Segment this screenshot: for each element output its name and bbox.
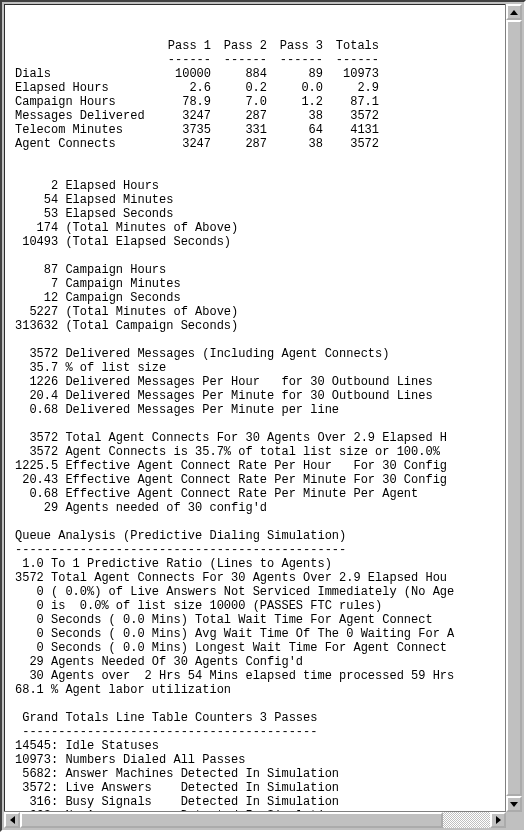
scrollbar-corner <box>506 812 522 828</box>
agent-l4: 20.43 Effective Agent Connect Rate Per M… <box>15 473 447 487</box>
horizontal-scrollbar[interactable] <box>4 811 506 828</box>
vertical-scroll-track[interactable] <box>506 20 522 796</box>
grand-l5: 316: Busy Signals Detected In Simulation <box>15 795 339 809</box>
table-row: Telecom Minutes 3735 331 64 4131 <box>15 123 379 137</box>
scroll-up-button[interactable] <box>506 4 522 20</box>
elapsed-minutes-line: 54 Elapsed Minutes <box>15 193 173 207</box>
table-row: Messages Delivered 3247 287 38 3572 <box>15 109 379 123</box>
queue-l8: 29 Agents Needed Of 30 Agents Config'd <box>15 655 303 669</box>
pass-header-2: Pass 2 <box>211 39 267 53</box>
pass-header-3: Pass 3 <box>267 39 323 53</box>
agent-l6: 29 Agents needed of 30 config'd <box>15 501 267 515</box>
queue-header: Queue Analysis (Predictive Dialing Simul… <box>15 529 346 543</box>
grand-header: Grand Totals Line Table Counters 3 Passe… <box>15 711 317 725</box>
queue-l3: 0 ( 0.0%) of Live Answers Not Serviced I… <box>15 585 454 599</box>
grand-l1: 14545: Idle Statuses <box>15 739 159 753</box>
table-row: Elapsed Hours 2.6 0.2 0.0 2.9 <box>15 81 379 95</box>
queue-l6: 0 Seconds ( 0.0 Mins) Avg Wait Time Of T… <box>15 627 454 641</box>
agent-l2: 3572 Agent Connects is 35.7% of total li… <box>15 445 440 459</box>
delivered-l2: 35.7 % of list size <box>15 361 166 375</box>
grand-l4: 3572: Live Answers Detected In Simulatio… <box>15 781 339 795</box>
queue-l10: 68.1 % Agent labor utilization <box>15 683 231 697</box>
campaign-seconds-line: 12 Campaign Seconds <box>15 291 181 305</box>
queue-l9: 30 Agents over 2 Hrs 54 Mins elapsed tim… <box>15 669 454 683</box>
campaign-total-sec-line: 313632 (Total Campaign Seconds) <box>15 319 238 333</box>
agent-l5: 0.68 Effective Agent Connect Rate Per Mi… <box>15 487 418 501</box>
report-window: Pass 1 Pass 2 Pass 3 Totals ------ -----… <box>0 0 526 832</box>
delivered-l5: 0.68 Delivered Messages Per Minute per l… <box>15 403 339 417</box>
report-viewport: Pass 1 Pass 2 Pass 3 Totals ------ -----… <box>4 4 506 812</box>
grand-l2: 10973: Numbers Dialed All Passes <box>15 753 245 767</box>
queue-l4: 0 is 0.0% of list size 10000 (PASSES FTC… <box>15 599 382 613</box>
queue-l7: 0 Seconds ( 0.0 Mins) Longest Wait Time … <box>15 641 447 655</box>
scroll-down-button[interactable] <box>506 796 522 812</box>
queue-dash: ----------------------------------------… <box>15 543 346 557</box>
campaign-hours-line: 87 Campaign Hours <box>15 263 166 277</box>
pass-header-total: Totals <box>323 39 379 53</box>
agent-l1: 3572 Total Agent Connects For 30 Agents … <box>15 431 447 445</box>
pass-summary-table: Pass 1 Pass 2 Pass 3 Totals ------ -----… <box>15 39 379 151</box>
pass-header-blank <box>15 39 155 53</box>
elapsed-total-min-line: 174 (Total Minutes of Above) <box>15 221 238 235</box>
elapsed-hours-line: 2 Elapsed Hours <box>15 179 159 193</box>
delivered-l1: 3572 Delivered Messages (Including Agent… <box>15 347 389 361</box>
agent-l3: 1225.5 Effective Agent Connect Rate Per … <box>15 459 447 473</box>
elapsed-time-block: 2 Elapsed Hours 54 Elapsed Minutes 53 El… <box>15 165 497 812</box>
delivered-l3: 1226 Delivered Messages Per Hour for 30 … <box>15 375 433 389</box>
pass-dash-row: ------ ------ ------ ------ <box>15 53 379 67</box>
grand-l3: 5682: Answer Machines Detected In Simula… <box>15 767 339 781</box>
table-row: Dials 10000 884 89 10973 <box>15 67 379 81</box>
campaign-minutes-line: 7 Campaign Minutes <box>15 277 181 291</box>
campaign-total-min-line: 5227 (Total Minutes of Above) <box>15 305 238 319</box>
elapsed-total-sec-line: 10493 (Total Elapsed Seconds) <box>15 235 231 249</box>
queue-l2: 3572 Total Agent Connects For 30 Agents … <box>15 571 447 585</box>
elapsed-seconds-line: 53 Elapsed Seconds <box>15 207 173 221</box>
pass-header-row: Pass 1 Pass 2 Pass 3 Totals <box>15 39 379 53</box>
queue-l5: 0 Seconds ( 0.0 Mins) Total Wait Time Fo… <box>15 613 433 627</box>
delivered-l4: 20.4 Delivered Messages Per Minute for 3… <box>15 389 433 403</box>
table-row: Campaign Hours 78.9 7.0 1.2 87.1 <box>15 95 379 109</box>
vertical-scrollbar[interactable] <box>505 4 522 812</box>
horizontal-scroll-track[interactable] <box>20 812 490 828</box>
grand-dash: ----------------------------------------… <box>15 725 317 739</box>
horizontal-scroll-thumb[interactable] <box>20 812 443 828</box>
vertical-scroll-thumb[interactable] <box>506 20 522 796</box>
queue-l1: 1.0 To 1 Predictive Ratio (Lines to Agen… <box>15 557 332 571</box>
scroll-right-button[interactable] <box>490 812 506 828</box>
pass-header-1: Pass 1 <box>155 39 211 53</box>
scroll-left-button[interactable] <box>4 812 20 828</box>
table-row: Agent Connects 3247 287 38 3572 <box>15 137 379 151</box>
